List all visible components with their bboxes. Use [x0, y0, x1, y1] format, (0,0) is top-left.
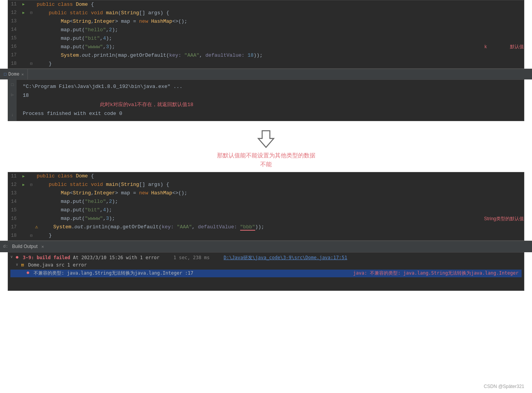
warning-icon: ⚠ [35, 223, 38, 231]
bottom-code-line-12: 12 ▶ ⊟ public static void main(String[] … [8, 181, 524, 189]
build-bar: d: Build Output ✕ [0, 241, 532, 252]
line-content: map.put("bit",4); [35, 206, 524, 214]
annotation-line2: 不能 [260, 161, 272, 168]
line-number: 12 [8, 9, 20, 17]
line-content: System.out.println(map.getOrDefault(key:… [35, 52, 524, 60]
file-error-icon: ▤ [21, 262, 28, 267]
line-number: 18 [8, 60, 20, 67]
build-toggle-1[interactable]: ∨ [10, 255, 16, 259]
run-result: 18 [23, 91, 520, 100]
annotation-area: 那默认值能不能设置为其他类型的数据 不能 [0, 129, 532, 168]
dome-tab[interactable]: □ Dome ✕ [0, 69, 28, 79]
run-arrow[interactable]: ▶ [20, 174, 27, 180]
tab-label: Dome [8, 72, 20, 77]
line-number: 13 [8, 18, 20, 25]
line-content: Map<String,Integer> map = new HashMap<>(… [35, 18, 524, 26]
run-footer: Process finished with exit code 0 [23, 109, 520, 118]
build-text-3-right: java: 不兼容的类型: java.lang.String无法转换为java.… [276, 270, 522, 277]
line-content: System.out.println(map.getOrDefault(key:… [40, 223, 524, 231]
line-number: 17 [8, 52, 20, 59]
build-link[interactable]: D:\Java研发\java_code\3-9\src\Dome.java:17… [224, 255, 347, 260]
top-code-block: 11 ▶ public class Dome { 12 ▶ ⊟ public s… [8, 0, 524, 69]
tab-close-button[interactable]: ✕ [21, 72, 24, 77]
line-content: map.put("wwww",3); [35, 215, 407, 223]
build-text-1: 3-9: build failed At 2023/3/10 15:26 wit… [23, 255, 522, 261]
code-line-15: 15 map.put("bit",4); [8, 34, 524, 43]
run-annotation: 此时k对应的val不存在，就返回默认值18 [100, 100, 520, 109]
bottom-code-block: 11 ▶ public class Dome { 12 ▶ ⊟ public s… [8, 172, 524, 241]
line-number: 15 [8, 35, 20, 42]
line-content: Map<String,Integer> map = new HashMap<>(… [35, 189, 524, 197]
code-line-14: 14 map.put("hello",2); [8, 26, 524, 34]
build-prefix: d: [3, 244, 8, 249]
line-content: } [35, 60, 524, 68]
fold-gutter[interactable]: ⊟ [27, 61, 35, 67]
line-number: 14 [8, 198, 20, 206]
watermark: CSDN @Später321 [484, 384, 524, 389]
run-side-icon: □ [11, 81, 14, 89]
fold-gutter[interactable]: ⊟ [27, 10, 35, 16]
error-icon: ● [16, 255, 23, 260]
line-content: } [35, 232, 524, 240]
line-number: 18 [8, 232, 20, 240]
line-content: public class Dome { [35, 1, 524, 9]
build-row-failed[interactable]: ∨ ● 3-9: build failed At 2023/3/10 15:26… [10, 254, 522, 262]
run-content: "C:\Program Files\Java\jdk1.8.0_192\bin\… [12, 82, 520, 118]
code-line-12: 12 ▶ ⊟ public static void main(String[] … [8, 9, 524, 17]
bottom-code-line-14: 14 map.put("hello",2); [8, 198, 524, 206]
bottom-code-line-15: 15 map.put("bit",4); [8, 206, 524, 215]
fold-gutter[interactable]: ⊟ [27, 233, 35, 239]
fold-gutter[interactable]: ⊟ [27, 182, 35, 188]
code-line-13: 13 Map<String,Integer> map = new HashMap… [8, 17, 524, 26]
code-line-16: 16 map.put("wwww",3); k 默认值 [8, 43, 524, 51]
build-toggle-2[interactable]: ∨ [16, 262, 21, 266]
build-row-error-detail[interactable]: ● 不兼容的类型: java.lang.String无法转换为java.lang… [10, 270, 522, 277]
line-number: 16 [8, 43, 20, 51]
build-close-button[interactable]: ✕ [41, 244, 44, 249]
bottom-code-line-13: 13 Map<String,Integer> map = new HashMap… [8, 189, 524, 198]
side-icons: □ ▷ ↓ [8, 80, 17, 121]
line-number: 17 [8, 224, 20, 231]
svg-marker-0 [258, 131, 274, 147]
line-content: public static void main(String[] args) { [35, 181, 524, 189]
line-number: 16 [8, 215, 20, 223]
file-icon: □ [4, 72, 7, 77]
error-detail-icon: ● [27, 270, 34, 275]
line-number: 14 [8, 26, 20, 34]
build-output-label[interactable]: Build Output [12, 244, 37, 249]
line-number: 15 [8, 207, 20, 214]
down-arrow [256, 129, 276, 152]
annotation-line1: 那默认值能不能设置为其他类型的数据 [217, 152, 315, 159]
bottom-code-line-17: 17 ⚠ System.out.println(map.getOrDefault… [8, 223, 524, 232]
run-arrow[interactable]: ▶ [20, 10, 27, 16]
run-arrow[interactable]: ▶ [20, 2, 27, 8]
line-number: 12 [8, 181, 20, 189]
build-text-2: Dome.java src 1 error [28, 262, 522, 268]
tab-bar: □ Dome ✕ [0, 69, 532, 79]
line-content: public class Dome { [35, 172, 524, 180]
line-content: map.put("hello",2); [35, 26, 524, 34]
bottom-code-line-18: 18 ⊟ } [8, 232, 524, 240]
run-command: "C:\Program Files\Java\jdk1.8.0_192\bin\… [23, 82, 520, 91]
code-line-11: 11 ▶ public class Dome { [8, 0, 524, 9]
default-val-annotation: 默认值 [510, 43, 524, 51]
arrow-side-icon: ▷ [11, 91, 14, 99]
code-line-18: 18 ⊟ } [8, 60, 524, 68]
line-content: map.put("hello",2); [35, 198, 524, 206]
line-content: public static void main(String[] args) { [35, 9, 524, 17]
build-output-panel: ∨ ● 3-9: build failed At 2023/3/10 15:26… [8, 252, 524, 291]
bottom-code-line-11: 11 ▶ public class Dome { [8, 172, 524, 181]
line-content: map.put("bit",4); [35, 35, 524, 43]
run-arrow[interactable]: ▶ [20, 182, 27, 188]
line-number: 13 [8, 190, 20, 197]
string-default-annotation: String类型的默认值 [484, 215, 524, 223]
bottom-code-line-16: 16 map.put("wwww",3); String类型的默认值 [8, 215, 524, 223]
line-content: map.put("wwww",3); [35, 43, 461, 51]
code-line-17: 17 System.out.println(map.getOrDefault(k… [8, 51, 524, 60]
k-annotation: k [485, 43, 487, 51]
run-panel: □ ▷ ↓ "C:\Program Files\Java\jdk1.8.0_19… [8, 79, 524, 121]
build-row-file[interactable]: ∨ ▤ Dome.java src 1 error [10, 262, 522, 270]
build-text-3: 不兼容的类型: java.lang.String无法转换为java.lang.I… [34, 270, 276, 277]
down-side-icon: ↓ [11, 111, 14, 119]
line-number: 11 [8, 173, 20, 180]
